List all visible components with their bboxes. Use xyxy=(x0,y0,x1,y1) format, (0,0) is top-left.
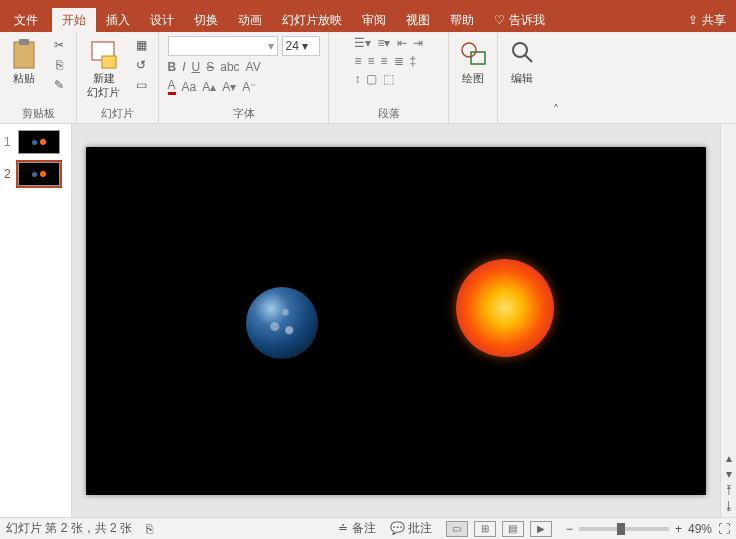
brush-icon: ✎ xyxy=(54,78,64,92)
scissors-icon: ✂ xyxy=(54,38,64,52)
layout-button[interactable]: ▦ xyxy=(130,36,152,54)
section-icon: ▭ xyxy=(136,78,147,92)
tab-home[interactable]: 开始 xyxy=(52,8,96,32)
workspace: 1 2 ▴ ▾ ⭱ ⭳ xyxy=(0,124,736,517)
zoom-percent-label[interactable]: 49% xyxy=(688,522,712,536)
bullets-button[interactable]: ☰▾ xyxy=(354,36,371,50)
justify-button[interactable]: ≣ xyxy=(394,54,404,68)
scroll-up-icon[interactable]: ▴ xyxy=(726,451,732,465)
svg-rect-3 xyxy=(102,56,116,68)
group-slides: 新建 幻灯片 ▦ ↺ ▭ 幻灯片 xyxy=(77,32,159,123)
svg-line-7 xyxy=(525,55,532,62)
change-case-button[interactable]: Aa xyxy=(182,80,197,94)
indent-increase-button[interactable]: ⇥ xyxy=(413,36,423,50)
share-button[interactable]: ⇪ 共享 xyxy=(678,8,736,32)
line-spacing-button[interactable]: ‡ xyxy=(410,54,417,68)
notes-button[interactable]: ≐ 备注 xyxy=(338,520,375,537)
reading-view-button[interactable]: ▤ xyxy=(502,521,524,537)
spell-check-button[interactable]: ⎘ xyxy=(146,522,153,536)
align-text-button[interactable]: ▢ xyxy=(366,72,377,86)
find-icon xyxy=(508,38,536,70)
copy-icon: ⎘ xyxy=(56,58,63,72)
ribbon-tabs: 文件 开始 插入 设计 切换 动画 幻灯片放映 审阅 视图 帮助 ♡ 告诉我 ⇪… xyxy=(0,8,736,32)
shadow-button[interactable]: abc xyxy=(220,60,239,74)
layout-icon: ▦ xyxy=(136,38,147,52)
comments-button[interactable]: 💬 批注 xyxy=(390,520,432,537)
zoom-out-button[interactable]: − xyxy=(566,522,573,536)
zoom-slider[interactable] xyxy=(579,527,669,531)
tab-slideshow[interactable]: 幻灯片放映 xyxy=(272,8,352,32)
thumbnail-slide-1[interactable]: 1 xyxy=(4,130,67,154)
group-font: ▾ 24 ▾ B I U S abc AV A Aa A▴ A▾ A⁻ 字体 xyxy=(159,32,329,123)
new-slide-icon xyxy=(90,38,118,70)
lightbulb-icon: ♡ xyxy=(494,13,505,27)
strikethrough-button[interactable]: S xyxy=(206,60,214,74)
tab-transitions[interactable]: 切换 xyxy=(184,8,228,32)
editing-button[interactable]: 编辑 xyxy=(504,36,540,86)
smartart-button[interactable]: ⬚ xyxy=(383,72,394,86)
tab-insert[interactable]: 插入 xyxy=(96,8,140,32)
zoom-in-button[interactable]: + xyxy=(675,522,682,536)
thumbnail-slide-2[interactable]: 2 xyxy=(4,162,67,186)
grow-font-button[interactable]: A▴ xyxy=(202,80,216,94)
svg-point-6 xyxy=(513,43,527,57)
tab-review[interactable]: 审阅 xyxy=(352,8,396,32)
tab-file[interactable]: 文件 xyxy=(0,8,52,32)
prev-slide-icon[interactable]: ⭱ xyxy=(723,483,735,497)
tab-design[interactable]: 设计 xyxy=(140,8,184,32)
clear-format-button[interactable]: A⁻ xyxy=(242,80,256,94)
collapse-ribbon-button[interactable]: ˄ xyxy=(546,32,566,123)
sorter-view-button[interactable]: ⊞ xyxy=(474,521,496,537)
indent-decrease-button[interactable]: ⇤ xyxy=(397,36,407,50)
copy-button[interactable]: ⎘ xyxy=(48,56,70,74)
reset-icon: ↺ xyxy=(136,58,146,72)
align-center-button[interactable]: ≡ xyxy=(368,54,375,68)
section-button[interactable]: ▭ xyxy=(130,76,152,94)
current-slide[interactable] xyxy=(86,147,706,495)
group-paragraph: ☰▾ ≡▾ ⇤ ⇥ ≡ ≡ ≡ ≣ ‡ ↕ ▢ ⬚ 段落 xyxy=(329,32,449,123)
tab-animations[interactable]: 动画 xyxy=(228,8,272,32)
view-mode-buttons: ▭ ⊞ ▤ ▶ xyxy=(446,521,552,537)
scroll-down-icon[interactable]: ▾ xyxy=(726,467,732,481)
svg-rect-5 xyxy=(471,52,485,64)
tab-help[interactable]: 帮助 xyxy=(440,8,484,32)
normal-view-button[interactable]: ▭ xyxy=(446,521,468,537)
slide-thumbnails-pane: 1 2 xyxy=(0,124,72,517)
ribbon: 粘贴 ✂ ⎘ ✎ 剪贴板 新建 幻灯片 ▦ ↺ ▭ 幻灯片 xyxy=(0,32,736,124)
sun-image[interactable] xyxy=(456,259,554,357)
svg-point-4 xyxy=(462,43,476,57)
font-size-selector[interactable]: 24 ▾ xyxy=(282,36,320,56)
slide-canvas-area[interactable] xyxy=(72,124,720,517)
reset-button[interactable]: ↺ xyxy=(130,56,152,74)
paste-button[interactable]: 粘贴 xyxy=(6,36,42,86)
fit-to-window-button[interactable]: ⛶ xyxy=(718,522,730,536)
align-right-button[interactable]: ≡ xyxy=(381,54,388,68)
tell-me-input[interactable]: ♡ 告诉我 xyxy=(494,8,545,32)
text-direction-button[interactable]: ↕ xyxy=(354,72,360,86)
shrink-font-button[interactable]: A▾ xyxy=(222,80,236,94)
slide-counter-label: 幻灯片 第 2 张，共 2 张 xyxy=(6,520,132,537)
drawing-button[interactable]: 绘图 xyxy=(455,36,491,86)
slideshow-view-button[interactable]: ▶ xyxy=(530,521,552,537)
earth-image[interactable] xyxy=(246,287,318,359)
font-family-selector[interactable]: ▾ xyxy=(168,36,278,56)
vertical-scrollbar[interactable]: ▴ ▾ ⭱ ⭳ xyxy=(720,124,736,517)
tab-view[interactable]: 视图 xyxy=(396,8,440,32)
status-bar: 幻灯片 第 2 张，共 2 张 ⎘ ≐ 备注 💬 批注 ▭ ⊞ ▤ ▶ − + … xyxy=(0,517,736,539)
char-spacing-button[interactable]: AV xyxy=(246,60,261,74)
svg-rect-1 xyxy=(19,39,29,45)
font-color-button[interactable]: A xyxy=(168,78,176,95)
underline-button[interactable]: U xyxy=(192,60,201,74)
next-slide-icon[interactable]: ⭳ xyxy=(723,499,735,513)
title-bar xyxy=(0,0,736,8)
share-icon: ⇪ xyxy=(688,13,698,27)
bold-button[interactable]: B xyxy=(168,60,177,74)
svg-rect-0 xyxy=(14,42,34,68)
italic-button[interactable]: I xyxy=(182,60,185,74)
format-painter-button[interactable]: ✎ xyxy=(48,76,70,94)
new-slide-button[interactable]: 新建 幻灯片 xyxy=(83,36,124,100)
numbering-button[interactable]: ≡▾ xyxy=(377,36,390,50)
cut-button[interactable]: ✂ xyxy=(48,36,70,54)
shapes-icon xyxy=(459,38,487,70)
align-left-button[interactable]: ≡ xyxy=(354,54,361,68)
